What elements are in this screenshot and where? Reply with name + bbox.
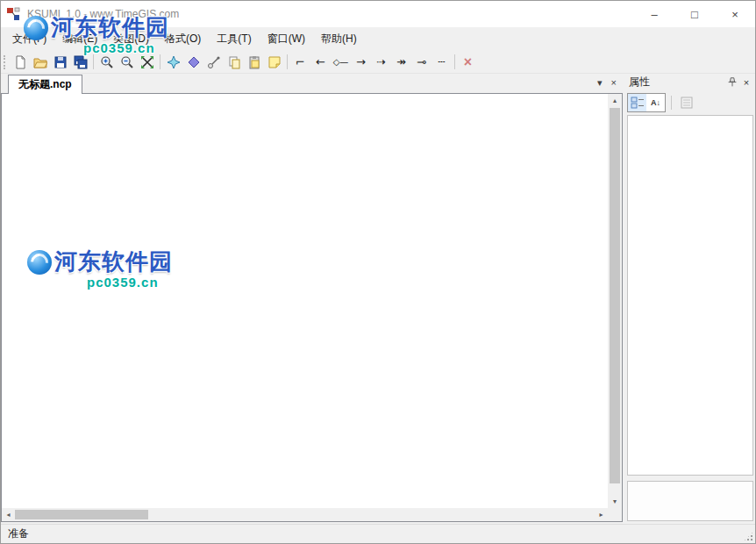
properties-panel-header[interactable]: 属性 × (627, 75, 755, 89)
close-panel-button[interactable]: × (739, 75, 753, 89)
clipboard-icon (247, 55, 261, 69)
properties-panel-title: 属性 (629, 75, 725, 89)
clipboard-button[interactable] (244, 53, 264, 72)
association-arrow-button[interactable]: → (351, 53, 371, 72)
menu-class-diagram[interactable]: 类图(D) (105, 27, 157, 51)
orthogonal-connector-icon: ⌐ (296, 56, 305, 68)
dashed-line-icon: ┄ (439, 56, 446, 68)
new-file-icon (13, 55, 27, 69)
menu-file[interactable]: 文件(F) (4, 27, 54, 51)
delete-button[interactable]: × (458, 53, 478, 72)
open-folder-icon (33, 55, 47, 69)
fit-window-icon (140, 55, 154, 69)
document-close-button[interactable]: × (611, 77, 617, 89)
scrollbar-corner (608, 508, 622, 521)
property-grid[interactable] (627, 115, 753, 476)
document-tab-label: 无标题.ncp (18, 77, 72, 92)
diagram-canvas[interactable]: ▴ ▾ ◂ ▸ (1, 93, 623, 522)
zoom-out-icon (120, 55, 134, 69)
aggregation-link-icon: ◇— (333, 58, 349, 67)
generalization-arrow-icon: ← (316, 56, 325, 68)
composition-link-button[interactable]: ⊸ (411, 53, 431, 72)
pin-icon (726, 76, 738, 89)
zoom-in-icon (100, 55, 114, 69)
toolbar-separator (160, 54, 160, 69)
copy-pages-icon (227, 55, 241, 69)
note-icon (267, 55, 282, 69)
categorized-icon (631, 96, 645, 110)
realization-arrow-button[interactable]: ↠ (391, 53, 411, 72)
title-bar: KSUML 1.0 - www.TimeGIS.com – □ × (1, 1, 755, 27)
properties-panel: 属性 × (627, 75, 755, 523)
toolbar-separator (287, 54, 288, 69)
vertical-scroll-thumb[interactable] (610, 108, 620, 483)
composition-link-icon: ⊸ (417, 56, 426, 68)
main-toolbar: ⌐ ← ◇— → ⇢ ↠ ⊸ ┄ × (1, 51, 755, 74)
save-all-button[interactable] (70, 53, 90, 72)
close-button[interactable]: × (715, 1, 755, 27)
add-class-button[interactable] (183, 53, 203, 72)
generalization-arrow-button[interactable]: ← (310, 53, 331, 72)
dependency-arrow-icon: ⇢ (376, 56, 386, 68)
note-button[interactable] (264, 53, 284, 72)
property-description-box (627, 481, 753, 521)
zoom-in-button[interactable] (96, 53, 117, 72)
categorized-view-button[interactable] (628, 94, 646, 111)
add-class-icon (187, 55, 201, 69)
minimize-button[interactable]: – (634, 1, 674, 27)
save-button[interactable] (50, 53, 70, 72)
menu-window[interactable]: 窗口(W) (260, 27, 313, 51)
toolbar-separator (454, 54, 455, 69)
save-icon (53, 55, 68, 69)
fit-window-button[interactable] (137, 53, 157, 72)
menu-bar: 文件(F) 编辑(E) 类图(D) 格式(O) 工具(T) 窗口(W) 帮助(H… (1, 27, 755, 51)
zoom-out-button[interactable] (117, 53, 137, 72)
window-title: KSUML 1.0 - www.TimeGIS.com (27, 8, 179, 20)
app-window: KSUML 1.0 - www.TimeGIS.com – □ × 文件(F) … (0, 0, 756, 544)
open-file-button[interactable] (30, 53, 50, 72)
property-pages-icon (680, 96, 694, 110)
toolbar-separator (93, 54, 94, 69)
toolbar-separator (671, 96, 672, 110)
app-icon (6, 7, 20, 21)
new-file-button[interactable] (10, 53, 30, 72)
aggregation-link-button[interactable]: ◇— (331, 53, 351, 72)
link-icon (207, 55, 221, 69)
toolbar-grip[interactable] (4, 55, 6, 69)
scroll-down-button[interactable]: ▾ (608, 495, 622, 508)
pin-panel-button[interactable] (725, 75, 739, 89)
delete-icon: × (464, 55, 472, 69)
menu-tools[interactable]: 工具(T) (209, 27, 259, 51)
status-bar: 准备 (1, 524, 755, 543)
dashed-line-button[interactable]: ┄ (431, 53, 452, 72)
scroll-up-button[interactable]: ▴ (608, 94, 622, 107)
realization-arrow-icon: ↠ (396, 56, 406, 68)
vertical-scrollbar[interactable]: ▴ ▾ (608, 94, 622, 508)
menu-edit[interactable]: 编辑(E) (54, 27, 105, 51)
alphabetical-sort-button[interactable]: A↓ (646, 94, 665, 111)
dependency-arrow-button[interactable]: ⇢ (371, 53, 391, 72)
tab-list-dropdown-button[interactable]: ▾ (597, 77, 603, 89)
save-all-icon (74, 55, 88, 69)
orthogonal-connector-button[interactable]: ⌐ (290, 53, 310, 72)
scroll-right-button[interactable]: ▸ (595, 508, 608, 521)
menu-format[interactable]: 格式(O) (157, 27, 209, 51)
association-arrow-icon: → (356, 56, 366, 68)
horizontal-scrollbar[interactable]: ◂ ▸ (2, 508, 608, 521)
property-pages-button[interactable] (677, 94, 695, 111)
horizontal-scroll-thumb[interactable] (15, 510, 148, 519)
status-message: 准备 (8, 526, 29, 541)
link-button[interactable] (203, 53, 224, 72)
add-actor-icon (167, 55, 181, 69)
add-actor-button[interactable] (163, 53, 183, 72)
menu-help[interactable]: 帮助(H) (313, 27, 365, 51)
copy-pages-button[interactable] (224, 53, 244, 72)
sort-alpha-icon: A↓ (651, 98, 660, 107)
document-tab[interactable]: 无标题.ncp (8, 75, 82, 94)
document-tab-strip: 无标题.ncp ▾ × (1, 75, 624, 94)
scroll-left-button[interactable]: ◂ (2, 508, 15, 521)
maximize-button[interactable]: □ (674, 1, 715, 27)
properties-toolbar: A↓ (627, 92, 755, 113)
